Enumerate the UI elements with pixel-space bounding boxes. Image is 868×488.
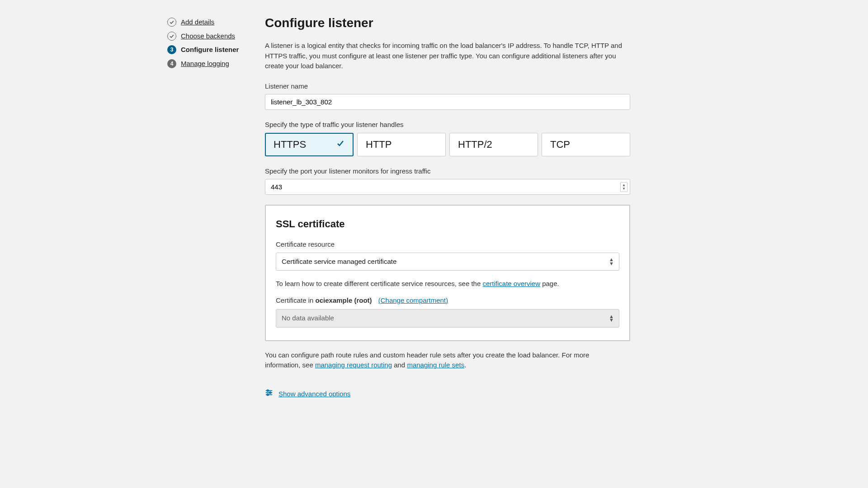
check-icon [167,32,176,41]
step-choose-backends[interactable]: Choose backends [167,31,249,42]
cert-compartment-row: Certificate in ociexample (root) (Change… [276,296,619,306]
traffic-option-http[interactable]: HTTP [357,133,446,156]
compartment-name: ociexample (root) [316,296,372,304]
number-stepper-icon[interactable]: ▲▼ [620,182,627,192]
wizard-steps: Add details Choose backends 3 Configure … [167,14,249,399]
traffic-type-options: HTTPS HTTP HTTP/2 TCP [265,133,630,156]
traffic-type-field: Specify the type of traffic your listene… [265,120,701,156]
step-label[interactable]: Choose backends [181,31,235,42]
cert-resource-label: Certificate resource [276,239,619,250]
port-input[interactable] [265,179,630,195]
step-number-badge: 3 [167,45,176,54]
check-icon [336,139,345,150]
step-label[interactable]: Add details [181,17,214,28]
traffic-option-label: TCP [550,139,570,150]
change-compartment-link[interactable]: (Change compartment) [378,296,448,304]
ssl-title: SSL certificate [276,216,619,231]
step-label[interactable]: Configure listener [181,45,239,55]
step-label[interactable]: Manage logging [181,59,229,69]
traffic-type-label: Specify the type of traffic your listene… [265,120,701,130]
cert-resource-select[interactable]: Certificate service managed certificate [276,253,619,271]
sliders-icon [265,389,273,400]
traffic-option-tcp[interactable]: TCP [542,133,630,156]
main-content: Configure listener A listener is a logic… [265,14,701,399]
certificate-overview-link[interactable]: certificate overview [482,280,540,287]
listener-name-input[interactable] [265,94,630,110]
traffic-option-http2[interactable]: HTTP/2 [449,133,538,156]
traffic-option-label: HTTP/2 [458,139,492,150]
traffic-option-label: HTTPS [274,139,306,150]
certificate-select[interactable]: No data available [276,309,619,328]
page-description: A listener is a logical entity that chec… [265,41,622,71]
cert-help-text: To learn how to create different certifi… [276,279,619,289]
managing-rule-sets-link[interactable]: managing rule sets [407,361,464,369]
listener-name-field: Listener name [265,81,701,110]
traffic-option-https[interactable]: HTTPS [265,133,354,156]
port-field: Specify the port your listener monitors … [265,166,701,195]
advanced-options-row: Show advanced options [265,389,701,400]
page-title: Configure listener [265,14,701,33]
step-configure-listener[interactable]: 3 Configure listener [167,45,249,55]
ssl-certificate-panel: SSL certificate Certificate resource Cer… [265,205,630,341]
listener-name-label: Listener name [265,81,701,92]
step-manage-logging[interactable]: 4 Manage logging [167,59,249,69]
footer-help-text: You can configure path route rules and c… [265,350,622,371]
managing-request-routing-link[interactable]: managing request routing [315,361,392,369]
port-label: Specify the port your listener monitors … [265,166,701,177]
traffic-option-label: HTTP [366,139,392,150]
step-add-details[interactable]: Add details [167,17,249,28]
show-advanced-options-link[interactable]: Show advanced options [278,389,350,399]
check-icon [167,18,176,27]
step-number-badge: 4 [167,59,176,68]
